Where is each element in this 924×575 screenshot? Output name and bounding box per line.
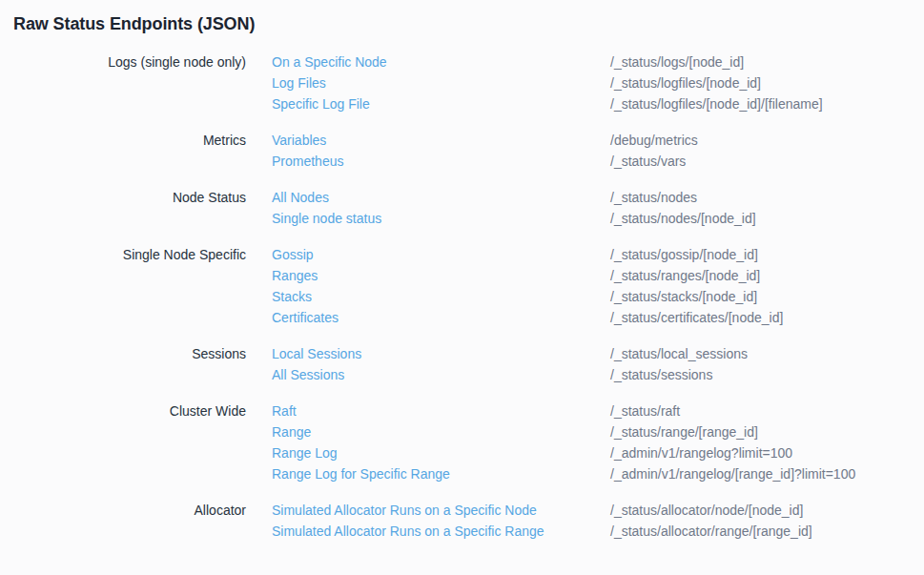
endpoint-section: Sessions Local SessionsAll Sessions /_st… <box>0 343 924 385</box>
endpoint-link[interactable]: Variables <box>272 130 326 151</box>
endpoint-link[interactable]: Range Log <box>272 442 338 463</box>
section-links-column: All NodesSingle node status <box>246 187 610 229</box>
endpoint-path: /_status/nodes <box>610 187 924 208</box>
endpoint-link[interactable]: Single node status <box>272 208 381 229</box>
section-links-column: RaftRangeRange LogRange Log for Specific… <box>246 400 610 484</box>
section-paths-column: /_status/gossip/[node_id]/_status/ranges… <box>610 244 924 328</box>
endpoint-path: /_status/logfiles/[node_id]/[filename] <box>610 93 924 114</box>
endpoint-link[interactable]: Simulated Allocator Runs on a Specific R… <box>272 521 544 542</box>
endpoint-link[interactable]: Stacks <box>272 286 312 307</box>
section-links-column: GossipRangesStacksCertificates <box>246 244 610 328</box>
endpoint-section: Logs (single node only) On a Specific No… <box>0 51 924 114</box>
section-category-label: Metrics <box>0 130 246 151</box>
section-paths-column: /_status/logs/[node_id]/_status/logfiles… <box>610 51 924 114</box>
endpoint-section: Single Node Specific GossipRangesStacksC… <box>0 244 924 328</box>
section-paths-column: /_status/nodes/_status/nodes/[node_id] <box>610 187 924 229</box>
endpoint-path: /_status/sessions <box>610 364 924 385</box>
section-paths-column: /_status/allocator/node/[node_id]/_statu… <box>610 500 924 542</box>
section-category-label: Allocator <box>0 500 246 521</box>
endpoint-path: /_status/logs/[node_id] <box>610 51 924 72</box>
section-paths-column: /_status/raft/_status/range/[range_id]/_… <box>610 400 924 484</box>
section-paths-column: /debug/metrics/_status/vars <box>610 130 924 172</box>
endpoint-link[interactable]: Range Log for Specific Range <box>272 463 450 484</box>
endpoint-link[interactable]: All Sessions <box>272 364 344 385</box>
endpoint-section: Cluster Wide RaftRangeRange LogRange Log… <box>0 400 924 484</box>
endpoint-link[interactable]: Prometheus <box>272 151 343 172</box>
page-title: Raw Status Endpoints (JSON) <box>0 0 924 35</box>
endpoint-link[interactable]: All Nodes <box>272 187 329 208</box>
section-links-column: Simulated Allocator Runs on a Specific N… <box>246 500 610 542</box>
endpoint-path: /_status/allocator/node/[node_id] <box>610 500 924 521</box>
endpoint-path: /_status/vars <box>610 151 924 172</box>
endpoint-path: /_status/stacks/[node_id] <box>610 286 924 307</box>
endpoint-path: /_status/range/[range_id] <box>610 421 924 442</box>
endpoint-path: /_status/logfiles/[node_id] <box>610 72 924 93</box>
section-category-label: Cluster Wide <box>0 400 246 421</box>
endpoint-section: Node Status All NodesSingle node status … <box>0 187 924 229</box>
endpoint-link[interactable]: Specific Log File <box>272 93 370 114</box>
section-links-column: On a Specific NodeLog FilesSpecific Log … <box>246 51 610 114</box>
endpoint-path: /_status/raft <box>610 400 924 421</box>
endpoint-link[interactable]: Local Sessions <box>272 343 361 364</box>
section-links-column: VariablesPrometheus <box>246 130 610 172</box>
endpoint-path: /debug/metrics <box>610 130 924 151</box>
section-category-label: Node Status <box>0 187 246 208</box>
section-paths-column: /_status/local_sessions/_status/sessions <box>610 343 924 385</box>
endpoint-link[interactable]: On a Specific Node <box>272 51 387 72</box>
debug-endpoints-page: Raw Status Endpoints (JSON) Logs (single… <box>0 0 924 542</box>
endpoint-link[interactable]: Raft <box>272 400 297 421</box>
endpoint-link[interactable]: Ranges <box>272 265 318 286</box>
endpoint-path: /_admin/v1/rangelog?limit=100 <box>610 442 924 463</box>
section-category-label: Logs (single node only) <box>0 51 246 72</box>
endpoint-link[interactable]: Log Files <box>272 72 326 93</box>
endpoint-path: /_status/gossip/[node_id] <box>610 244 924 265</box>
endpoint-section: Allocator Simulated Allocator Runs on a … <box>0 500 924 542</box>
section-links-column: Local SessionsAll Sessions <box>246 343 610 385</box>
section-category-label: Single Node Specific <box>0 244 246 265</box>
section-category-label: Sessions <box>0 343 246 364</box>
endpoint-path: /_status/nodes/[node_id] <box>610 208 924 229</box>
endpoint-path: /_admin/v1/rangelog/[range_id]?limit=100 <box>610 463 924 484</box>
endpoint-section: Metrics VariablesPrometheus /debug/metri… <box>0 130 924 172</box>
endpoint-path: /_status/certificates/[node_id] <box>610 307 924 328</box>
endpoint-path: /_status/allocator/range/[range_id] <box>610 521 924 542</box>
endpoints-table: Logs (single node only) On a Specific No… <box>0 51 924 542</box>
endpoint-link[interactable]: Range <box>272 421 311 442</box>
endpoint-link[interactable]: Simulated Allocator Runs on a Specific N… <box>272 500 537 521</box>
endpoint-path: /_status/ranges/[node_id] <box>610 265 924 286</box>
endpoint-link[interactable]: Certificates <box>272 307 339 328</box>
endpoint-link[interactable]: Gossip <box>272 244 314 265</box>
endpoint-path: /_status/local_sessions <box>610 343 924 364</box>
